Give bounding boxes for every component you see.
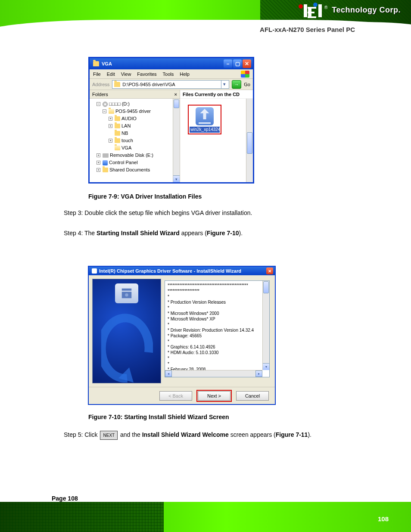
folder-icon: [114, 82, 120, 87]
folder-icon: [115, 116, 120, 121]
step4-part-c: appears (: [180, 230, 207, 236]
folder-tree[interactable]: −□□□□ (D:) −POS-9455 driver +AUDIO +LAN …: [90, 99, 180, 182]
minimize-button[interactable]: –: [224, 59, 232, 68]
tree-removable[interactable]: Removable Disk (E:): [110, 152, 153, 159]
tree-item-lan[interactable]: LAN: [121, 122, 131, 130]
readme-line: ****************************************…: [168, 283, 267, 288]
menu-edit[interactable]: Edit: [107, 72, 115, 77]
explorer-addressbar: Address D:\POS-9455 driver\VGA ▾ → Go: [90, 79, 253, 90]
tree-root[interactable]: POS-9455 driver: [115, 108, 151, 115]
menu-view[interactable]: View: [121, 72, 131, 77]
scroll-left-icon[interactable]: ◂: [165, 370, 172, 377]
page-label: Page 108: [52, 495, 78, 502]
document-title: AFL-xxA-N270 Series Panel PC: [260, 26, 355, 33]
readme-vertical-scrollbar[interactable]: ▾: [262, 281, 269, 370]
close-button[interactable]: ✕: [243, 59, 251, 68]
folder-icon: [115, 124, 120, 128]
folder-icon: [115, 131, 120, 136]
page-number: 108: [378, 515, 389, 523]
scrollbar-thumb[interactable]: [263, 281, 269, 293]
address-label: Address: [92, 82, 109, 87]
step4-part-e: ).: [239, 230, 243, 236]
installer-box-icon: [115, 283, 138, 303]
step-5-text: Step 5: Click NEXT and the Install Shiel…: [64, 430, 365, 440]
step5-bold: Install Shield Wizard Welcome: [142, 431, 229, 438]
tree-drive[interactable]: □□□□ (D:): [109, 100, 130, 108]
next-button-highlight: Next >: [196, 390, 232, 402]
figure-caption-1: Figure 7-9: VGA Driver Installation File…: [88, 193, 202, 200]
folder-icon: [115, 138, 120, 143]
folders-header: Folders: [92, 92, 108, 97]
readme-line: *: [168, 322, 267, 327]
scrollbar-thumb[interactable]: [247, 132, 252, 154]
tree-scrollbar[interactable]: ▾: [173, 99, 180, 182]
menu-help[interactable]: Help: [180, 72, 190, 77]
step4-part-a: Step 4: The: [64, 230, 97, 236]
readme-line: * Package: 45665: [168, 333, 267, 339]
tree-item-vga[interactable]: VGA: [121, 144, 131, 152]
go-button-icon[interactable]: →: [232, 80, 241, 89]
files-scrollbar[interactable]: [246, 99, 253, 182]
next-button[interactable]: Next >: [198, 391, 230, 401]
control-panel-icon: [103, 160, 108, 165]
folders-close-icon[interactable]: ×: [174, 92, 177, 97]
scroll-down-icon[interactable]: ▾: [173, 175, 180, 182]
readme-line: *: [168, 294, 267, 299]
step4-bold: Starting Install Shield Wizard: [97, 230, 180, 236]
setup-icon: [196, 107, 214, 125]
installer-title-icon: [92, 268, 97, 274]
back-button: < Back: [159, 391, 192, 401]
installer-sidebar-art: [92, 279, 161, 383]
next-key-label: NEXT: [100, 431, 118, 440]
menu-favorites[interactable]: Favorites: [137, 72, 156, 77]
circular-arrow-icon: [101, 314, 153, 383]
step5-part-c: and the: [118, 431, 142, 438]
files-pane: Files Currently on the CD win2k_xp14324: [180, 90, 253, 182]
tree-item-audio[interactable]: AUDIO: [121, 115, 137, 122]
cancel-button[interactable]: Cancel: [236, 391, 269, 401]
brand-logo: ® Technology Corp.: [299, 3, 401, 17]
cd-drive-icon: [103, 102, 108, 107]
windows-flag-icon: [241, 71, 249, 78]
menu-file[interactable]: File: [93, 72, 101, 77]
readme-textbox[interactable]: ****************************************…: [165, 280, 270, 377]
address-dropdown-icon[interactable]: ▾: [221, 81, 227, 88]
folder-icon: [103, 168, 108, 172]
readme-line: * Microsoft Windows* XP: [168, 316, 267, 322]
tree-item-nb[interactable]: NB: [121, 130, 128, 137]
readme-line: *: [168, 339, 267, 344]
step4-figref: Figure 7-10: [207, 230, 239, 236]
readme-line: *: [168, 355, 267, 361]
file-name[interactable]: win2k_xp14324: [190, 127, 220, 133]
maximize-button[interactable]: ▢: [233, 59, 242, 68]
explorer-title: VGA: [102, 61, 112, 66]
tree-control-panel[interactable]: Control Panel: [109, 159, 138, 166]
step5-part-g: ).: [308, 431, 311, 438]
readme-horizontal-scrollbar[interactable]: ◂ ▸: [165, 370, 262, 377]
readme-line: *: [168, 305, 267, 311]
step5-figref: Figure 7-11: [276, 431, 308, 438]
readme-line: * Microsoft Windows* 2000: [168, 311, 267, 316]
step5-part-e: screen appears (: [229, 431, 276, 438]
figure-caption-2: Figure 7-10: Starting Install Shield Wiz…: [88, 414, 229, 420]
explorer-titlebar[interactable]: VGA – ▢ ✕: [90, 58, 253, 69]
readme-line: * Production Version Releases: [168, 299, 267, 305]
removable-disk-icon: [103, 153, 109, 158]
readme-content: ****************************************…: [165, 281, 269, 377]
go-button-label[interactable]: Go: [244, 82, 250, 87]
svg-point-0: [125, 293, 128, 297]
installer-titlebar[interactable]: Intel(R) Chipset Graphics Driver Softwar…: [89, 267, 275, 275]
address-input[interactable]: D:\POS-9455 driver\VGA ▾: [112, 80, 229, 89]
scroll-right-icon[interactable]: ▸: [255, 370, 262, 377]
scroll-down-icon[interactable]: ▾: [263, 363, 269, 370]
installer-close-button[interactable]: ✕: [266, 268, 273, 274]
installer-window: Intel(R) Chipset Graphics Driver Softwar…: [88, 266, 276, 405]
menu-tools[interactable]: Tools: [163, 72, 174, 77]
tree-shared-docs[interactable]: Shared Documents: [109, 166, 150, 174]
tree-item-touch[interactable]: touch: [121, 137, 133, 144]
installer-file-icon[interactable]: [196, 107, 214, 125]
explorer-window: VGA – ▢ ✕ File Edit View Favorites Tools…: [88, 57, 254, 184]
scrollbar-thumb[interactable]: [174, 100, 179, 108]
readme-line: * HDMI Audio: 5.10.0.1030: [168, 350, 267, 355]
folder-icon: [109, 109, 114, 114]
